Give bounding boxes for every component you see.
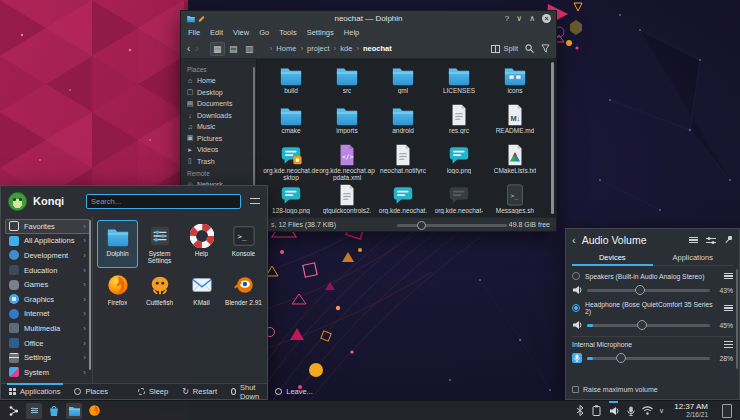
filter-icon[interactable]	[541, 44, 550, 53]
category-games[interactable]: Games›	[5, 277, 90, 292]
show-desktop-button[interactable]	[722, 404, 732, 418]
breadcrumb-neochat[interactable]: neochat	[363, 44, 392, 53]
breadcrumb-home[interactable]: Home	[276, 44, 296, 53]
configure-icon[interactable]	[250, 196, 260, 206]
menu-help[interactable]: Help	[344, 28, 359, 37]
search-input[interactable]	[86, 194, 241, 209]
headphone-slider-handle[interactable]	[637, 320, 647, 330]
menu-go[interactable]: Go	[259, 28, 269, 37]
help-button[interactable]: ?	[505, 14, 509, 23]
sleep-button[interactable]: Sleep	[138, 387, 168, 396]
tray-expander-icon[interactable]: ∨	[659, 407, 664, 415]
category-graphics[interactable]: Graphics›	[5, 292, 90, 307]
split-button[interactable]: Split	[491, 44, 518, 53]
file-item-readme[interactable]: README.md	[487, 103, 543, 143]
microphone-menu-icon[interactable]	[724, 341, 733, 348]
compact-view-button[interactable]: ▤	[226, 42, 241, 56]
volume-icon[interactable]	[608, 405, 619, 416]
maximize-button[interactable]: ∧	[529, 14, 535, 23]
menu-icon[interactable]	[689, 237, 698, 244]
speaker-icon[interactable]	[572, 285, 582, 295]
back-button[interactable]: ‹	[187, 44, 190, 54]
details-view-button[interactable]: ▥	[242, 42, 257, 56]
category-multimedia[interactable]: Multimedia›	[5, 321, 90, 336]
leave-button[interactable]: Leave...	[275, 387, 313, 396]
microphone-tray-icon[interactable]	[625, 405, 636, 416]
taskbar-system-settings[interactable]	[26, 403, 42, 419]
place-downloads[interactable]: ↓Downloads	[186, 110, 256, 122]
file-item-build[interactable]: build	[263, 63, 319, 103]
tab-places[interactable]: Places	[74, 387, 108, 396]
file-item-icons[interactable]: icons	[487, 63, 543, 103]
menu-file[interactable]: File	[188, 28, 200, 37]
file-item-cmake[interactable]: cmake	[263, 103, 319, 143]
applet-scrollbar[interactable]	[736, 269, 738, 369]
microphone-icon[interactable]	[572, 353, 582, 363]
speakers-volume-slider[interactable]	[587, 289, 710, 292]
category-development[interactable]: Development›	[5, 248, 90, 263]
taskbar-discover[interactable]	[46, 403, 62, 419]
category-settings[interactable]: Settings›	[5, 350, 90, 365]
places-scrollbar[interactable]	[253, 67, 255, 187]
file-item-notifyrc[interactable]: neochat.notifyrc	[375, 143, 431, 183]
close-button[interactable]: ×	[542, 14, 551, 23]
category-office[interactable]: Office›	[5, 336, 90, 351]
network-icon[interactable]	[642, 405, 653, 416]
mixer-icon[interactable]	[706, 236, 716, 245]
file-item-desktop-file[interactable]: org.kde.neochat.desktop	[263, 143, 319, 183]
file-item-src[interactable]: src	[319, 63, 375, 103]
category-favorites[interactable]: Favorites›	[5, 219, 90, 234]
speakers-menu-icon[interactable]	[724, 273, 733, 280]
category-system[interactable]: System›	[5, 365, 90, 380]
zoom-slider[interactable]	[397, 224, 507, 227]
raise-volume-checkbox[interactable]	[572, 386, 579, 393]
clipboard-icon[interactable]	[591, 405, 602, 416]
headphone-menu-icon[interactable]	[724, 305, 733, 312]
file-item-qml[interactable]: qml	[375, 63, 431, 103]
file-item-licenses[interactable]: LICENSES	[431, 63, 487, 103]
taskbar-dolphin[interactable]	[66, 403, 82, 419]
place-pictures[interactable]: ▣Pictures	[186, 133, 256, 145]
zoom-slider-handle[interactable]	[417, 221, 426, 230]
bluetooth-icon[interactable]	[574, 405, 585, 416]
app-help[interactable]: Help	[181, 220, 222, 268]
file-item-android[interactable]: android	[375, 103, 431, 143]
speaker-icon[interactable]	[572, 320, 582, 330]
shutdown-button[interactable]: Shut Down	[231, 383, 261, 401]
menu-view[interactable]: View	[233, 28, 249, 37]
place-videos[interactable]: ▸Videos	[186, 144, 256, 156]
app-launcher-button[interactable]	[6, 403, 22, 419]
menu-settings[interactable]: Settings	[307, 28, 334, 37]
headphone-volume-slider[interactable]	[587, 324, 710, 327]
microphone-volume-slider[interactable]	[587, 357, 710, 360]
app-cuttlefish[interactable]: Cuttlefish	[139, 269, 180, 317]
app-system-settings[interactable]: System Settings	[139, 220, 180, 268]
microphone-slider-handle[interactable]	[616, 353, 626, 363]
speakers-slider-handle[interactable]	[635, 285, 645, 295]
file-item-cmakelists[interactable]: CMakeLists.txt	[487, 143, 543, 183]
headphone-default-radio[interactable]	[572, 304, 580, 312]
speakers-default-radio[interactable]	[572, 272, 580, 280]
breadcrumb-kde[interactable]: kde	[340, 44, 352, 53]
menu-tools[interactable]: Tools	[279, 28, 297, 37]
minimize-button[interactable]: ∨	[516, 14, 522, 23]
forward-button[interactable]: ›	[195, 44, 198, 54]
place-music[interactable]: ♫Music	[186, 121, 256, 133]
tab-devices[interactable]: Devices	[572, 251, 653, 265]
place-trash[interactable]: ▯Trash	[186, 156, 256, 168]
category-education[interactable]: Education›	[5, 263, 90, 278]
back-icon[interactable]: ‹	[572, 234, 576, 246]
app-kmail[interactable]: KMail	[181, 269, 222, 317]
search-icon[interactable]	[525, 44, 534, 53]
app-firefox[interactable]: Firefox	[97, 269, 138, 317]
tab-applications[interactable]: Applications	[9, 387, 60, 396]
category-scrollbar[interactable]	[89, 220, 91, 370]
menu-edit[interactable]: Edit	[210, 28, 223, 37]
dolphin-titlebar[interactable]: neochat — Dolphin ? ∨ ∧ ×	[181, 11, 556, 26]
category-all-applications[interactable]: All Applications›	[5, 234, 90, 249]
file-item-imports[interactable]: imports	[319, 103, 375, 143]
app-dolphin[interactable]: Dolphin	[97, 220, 138, 268]
fileview-scrollbar[interactable]	[551, 62, 554, 214]
place-desktop[interactable]: ▢Desktop	[186, 87, 256, 99]
icons-view-button[interactable]: ▦	[210, 42, 225, 56]
